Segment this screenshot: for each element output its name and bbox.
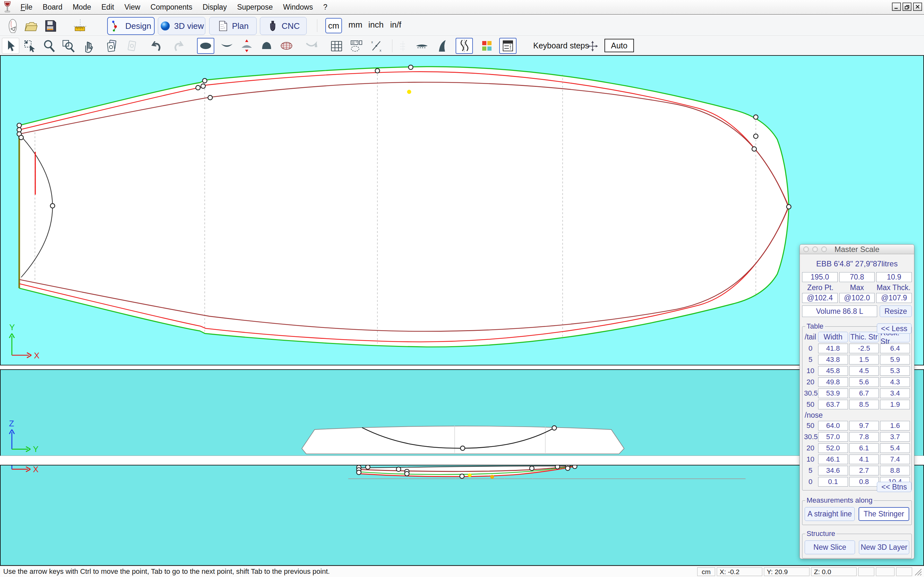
table-cell[interactable]: 7.8 (849, 432, 879, 442)
table-cell[interactable]: 63.7 (818, 400, 848, 409)
btns-button[interactable]: << Btns (877, 482, 911, 492)
table-cell[interactable]: 1.9 (880, 400, 910, 409)
open-folder-icon[interactable] (23, 18, 39, 34)
move-steps-icon[interactable] (586, 40, 599, 52)
stringer-button[interactable]: The Stringer (859, 507, 909, 521)
unit-inf[interactable]: in/f (390, 20, 401, 30)
menu-item-display[interactable]: Display (198, 2, 232, 13)
flip-button[interactable] (303, 38, 320, 54)
table-cell[interactable]: -2.5 (849, 343, 879, 353)
table-cell[interactable]: 8.8 (880, 466, 910, 475)
table-cell[interactable]: 7.4 (880, 455, 910, 464)
thickness-view-button[interactable] (238, 38, 255, 54)
straight-line-button[interactable]: A straight line (804, 507, 855, 521)
rocker-view-button[interactable] (218, 38, 236, 54)
menu-item-board[interactable]: Board (37, 2, 67, 13)
thickness-field[interactable]: 10.9 (876, 272, 912, 282)
table-cell[interactable]: 57.0 (818, 432, 848, 442)
outline-view-panel[interactable]: Y X (0, 55, 924, 366)
table-cell[interactable]: 0.8 (849, 477, 879, 487)
table-cell[interactable]: 5.4 (880, 443, 910, 453)
table-cell[interactable]: 43.8 (818, 355, 848, 364)
table-cell[interactable]: 49.8 (818, 377, 848, 387)
table-cell[interactable]: 0.1 (818, 477, 848, 487)
outline-view-button[interactable] (197, 38, 214, 54)
thck-at-field[interactable]: @107.9 (876, 293, 912, 303)
fin-button[interactable] (434, 38, 451, 54)
col-thic-button[interactable]: Thic. Str (849, 332, 879, 342)
zoom-tool-button[interactable] (40, 38, 58, 54)
undo-button[interactable] (148, 38, 166, 54)
table-cell[interactable]: 1.5 (849, 355, 879, 364)
table-cell[interactable]: 4.3 (880, 377, 910, 387)
unit-cm[interactable]: cm (325, 18, 342, 33)
menu-item-file[interactable]: File (15, 2, 37, 13)
table-cell[interactable]: 34.6 (818, 466, 848, 475)
table-cell[interactable]: 9.7 (849, 421, 879, 430)
select-tool-button[interactable] (2, 38, 19, 54)
rocker-view-panel[interactable]: X (0, 465, 924, 566)
slice-view-panel[interactable]: Z Y (0, 369, 924, 456)
max-at-field[interactable]: @102.0 (839, 293, 875, 303)
slice-view-button[interactable] (258, 38, 275, 54)
colors-button[interactable] (478, 38, 495, 54)
less-button[interactable]: << Less (877, 324, 911, 334)
new-3d-layer-button[interactable]: New 3D Layer (859, 540, 909, 554)
menu-item-mode[interactable]: Mode (67, 2, 96, 13)
table-cell[interactable]: 6.4 (880, 343, 910, 353)
marquee-select-button[interactable] (21, 38, 39, 54)
master-scale-window[interactable]: Master Scale EBB 6'4.8" 27,9"87litres 19… (800, 244, 914, 559)
resize-button[interactable]: Resize (880, 306, 912, 317)
3d-view-button[interactable]: 3D view (158, 17, 205, 35)
deck-line-button[interactable] (413, 38, 431, 54)
paste-button[interactable] (123, 38, 141, 54)
unit-inch[interactable]: inch (368, 20, 384, 30)
table-cell[interactable]: 5.6 (849, 377, 879, 387)
menu-item-help[interactable]: ? (318, 2, 333, 13)
design-mode-button[interactable]: Design (107, 17, 155, 35)
table-cell[interactable]: 3.4 (880, 388, 910, 398)
auto-button[interactable]: Auto (604, 39, 634, 52)
table-cell[interactable]: 3.7 (880, 432, 910, 442)
pointer-hand-icon[interactable] (5, 18, 21, 34)
menu-item-view[interactable]: View (120, 2, 145, 13)
resize-grip[interactable] (914, 568, 922, 576)
table-cell[interactable]: 46.1 (818, 455, 848, 464)
measure-ruler-icon[interactable] (73, 18, 89, 34)
table-cell[interactable]: 64.0 (818, 421, 848, 430)
table-cell[interactable]: 5.9 (880, 355, 910, 364)
table-cell[interactable]: 2.7 (849, 466, 879, 475)
cnc-mode-button[interactable]: CNC (260, 17, 307, 35)
table-cell[interactable]: 1.6 (880, 421, 910, 430)
master-scale-titlebar[interactable]: Master Scale (800, 245, 914, 254)
close-button[interactable] (913, 3, 922, 11)
table-cell[interactable]: 5.3 (880, 366, 910, 376)
panel-toggle-button[interactable]: 1 1 (499, 38, 517, 54)
copy-button[interactable] (103, 38, 121, 54)
unit-mm[interactable]: mm (349, 20, 362, 30)
table-cell[interactable]: 52.0 (818, 443, 848, 453)
table-cell[interactable]: 6.1 (849, 443, 879, 453)
redo-button[interactable] (170, 38, 187, 54)
table-cell[interactable]: 6.7 (849, 388, 879, 398)
new-slice-button[interactable]: New Slice (804, 540, 855, 554)
grid-button[interactable] (328, 38, 345, 54)
menu-item-edit[interactable]: Edit (96, 2, 120, 13)
wireframe-view-button[interactable] (278, 38, 295, 54)
menu-item-windows[interactable]: Windows (278, 2, 318, 13)
restore-button[interactable] (903, 3, 911, 11)
slices-window-button[interactable] (348, 38, 365, 54)
length-field[interactable]: 195.0 (802, 272, 838, 282)
save-icon[interactable] (42, 18, 58, 34)
pan-tool-button[interactable] (79, 38, 97, 54)
zero-at-field[interactable]: @102.4 (802, 293, 838, 303)
table-cell[interactable]: 53.9 (818, 388, 848, 398)
table-cell[interactable]: 4.1 (849, 455, 879, 464)
curvature-button[interactable] (456, 38, 473, 54)
width-field[interactable]: 70.8 (839, 272, 875, 282)
menu-item-superpose[interactable]: Superpose (232, 2, 278, 13)
zoom-area-button[interactable] (60, 38, 77, 54)
table-cell[interactable]: 41.8 (818, 343, 848, 353)
table-cell[interactable]: 8.5 (849, 400, 879, 409)
minimize-button[interactable] (892, 3, 901, 11)
